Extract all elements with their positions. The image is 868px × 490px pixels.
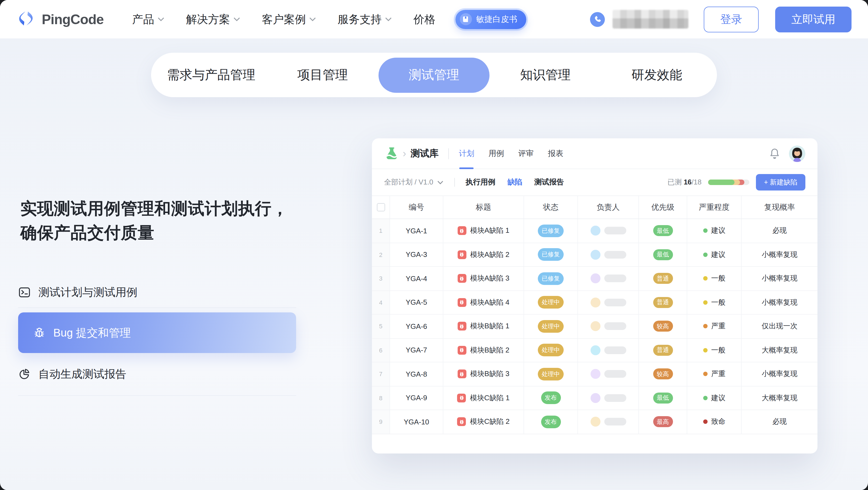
app-window: › 测试库 计划 用例 评审 报表 (372, 138, 817, 454)
severity-label: 建议 (711, 250, 725, 260)
priority-badge: 最高 (653, 417, 673, 427)
severity-dot (703, 229, 707, 233)
severity-label: 建议 (711, 393, 725, 403)
new-defect-button[interactable]: + 新建缺陷 (756, 174, 805, 191)
table-row[interactable]: 5 YGA-6 模块B缺陷 1 处理中 较高 严重 仅出现一次 (372, 315, 817, 338)
defect-title: 模块B缺陷 1 (470, 322, 509, 331)
table-row[interactable]: 7 YGA-8 模块B缺陷 3 处理中 较高 严重 小概率复现 (372, 362, 817, 386)
chevron-down-icon (233, 17, 240, 22)
probability: 小概率复现 (742, 243, 817, 266)
page-title-line1: 实现测试用例管理和测试计划执行， (20, 197, 288, 221)
defect-title: 模块A缺陷 1 (470, 226, 509, 236)
tested-done: 16 (684, 178, 692, 186)
owner-name-redacted (604, 370, 626, 378)
bug-icon (457, 370, 466, 379)
whitepaper-badge[interactable]: 敏捷白皮书 (455, 10, 526, 29)
feature-label: Bug 提交和管理 (53, 325, 131, 340)
nav-item-solutions[interactable]: 解决方案 (186, 12, 240, 27)
nav-item-products[interactable]: 产品 (132, 12, 164, 27)
owner-name-redacted (604, 394, 626, 402)
owner-avatar (590, 274, 600, 284)
app-tab-plan[interactable]: 计划 (459, 138, 474, 169)
nav-right: 登录 立即试用 (590, 6, 851, 32)
bug-icon (457, 226, 466, 235)
view-execute-cases[interactable]: 执行用例 (466, 177, 495, 187)
table-row[interactable]: 6 YGA-7 模块B缺陷 2 处理中 普通 一般 大概率复现 (372, 338, 817, 362)
owner-avatar (590, 417, 600, 427)
page: PingCode 产品 解决方案 客户案例 服务支持 价格 (0, 0, 868, 490)
pingcode-logo[interactable]: PingCode (18, 10, 103, 29)
probability: 小概率复现 (742, 267, 817, 290)
feature-label: 测试计划与测试用例 (38, 285, 137, 300)
view-switcher: 执行用例 缺陷 测试报告 (466, 177, 564, 187)
nav-menu: 产品 解决方案 客户案例 服务支持 价格 (132, 12, 435, 27)
feature-list: 测试计划与测试用例 Bug 提交和管理 自动生成测试报告 (18, 277, 296, 396)
severity-dot (703, 324, 707, 329)
severity-dot (703, 276, 707, 281)
severity-label: 严重 (711, 322, 725, 331)
owner-name-redacted (604, 323, 626, 330)
table-row[interactable]: 2 YGA-3 模块A缺陷 2 已修复 最低 建议 小概率复现 (372, 243, 817, 267)
plan-selector[interactable]: 全部计划 / V1.0 (384, 177, 443, 187)
app-tab-review[interactable]: 评审 (518, 138, 534, 169)
tested-counter: 已测 16/18 (668, 177, 702, 187)
priority-badge: 普通 (653, 297, 673, 308)
defect-title: 模块A缺陷 2 (470, 250, 509, 260)
defect-id: YGA-10 (390, 410, 443, 433)
defect-title: 模块C缺陷 2 (470, 417, 509, 427)
book-icon (460, 13, 472, 25)
column-header-id: 编号 (390, 196, 443, 219)
owner-avatar (590, 369, 600, 379)
table-row[interactable]: 9 YGA-10 模块C缺陷 2 发布 最高 致命 必现 (372, 410, 817, 434)
severity-dot (703, 396, 707, 400)
priority-badge: 最低 (653, 249, 673, 260)
product-tab-bar: 需求与产品管理 项目管理 测试管理 知识管理 研发效能 (151, 53, 717, 97)
table-row[interactable]: 8 YGA-9 模块C缺陷 1 发布 最低 建议 大概率复现 (372, 386, 817, 410)
tab-projects[interactable]: 项目管理 (267, 57, 378, 93)
defect-id: YGA-5 (390, 291, 443, 314)
owner-name-redacted (604, 299, 626, 306)
pie-chart-icon (18, 368, 31, 381)
view-test-report[interactable]: 测试报告 (534, 177, 564, 187)
severity-dot (703, 300, 707, 305)
column-header-title: 标题 (443, 196, 524, 219)
bell-icon[interactable] (769, 148, 780, 160)
defect-title: 模块A缺陷 4 (470, 298, 509, 307)
probability: 仅出现一次 (742, 315, 817, 338)
table-row[interactable]: 3 YGA-4 模块A缺陷 3 已修复 普通 一般 小概率复现 (372, 267, 817, 291)
feature-item-test-report[interactable]: 自动生成测试报告 (18, 353, 296, 396)
phone-number-redacted (613, 10, 688, 29)
severity-dot (703, 372, 707, 377)
feature-item-bug-management[interactable]: Bug 提交和管理 (18, 313, 296, 353)
app-toolbar: 全部计划 / V1.0 执行用例 缺陷 测试报告 已测 16/18 + 新建缺陷 (372, 169, 817, 195)
feature-item-test-plan[interactable]: 测试计划与测试用例 (18, 277, 296, 308)
severity-dot (703, 420, 707, 424)
nav-item-pricing[interactable]: 价格 (413, 12, 435, 27)
priority-badge: 普通 (653, 345, 673, 356)
try-now-button[interactable]: 立即试用 (775, 6, 851, 32)
tab-knowledge[interactable]: 知识管理 (490, 57, 601, 93)
app-tab-cases[interactable]: 用例 (489, 138, 504, 169)
table-header-row: 编号 标题 状态 负责人 优先级 严重程度 复现概率 (372, 196, 817, 219)
nav-item-customers[interactable]: 客户案例 (262, 12, 316, 27)
tab-testing[interactable]: 测试管理 (378, 57, 490, 93)
priority-badge: 较高 (653, 321, 673, 332)
nav-item-support[interactable]: 服务支持 (338, 12, 392, 27)
app-tab-reports[interactable]: 报表 (548, 138, 563, 169)
user-avatar[interactable] (789, 145, 805, 162)
login-button[interactable]: 登录 (704, 6, 759, 32)
defect-id: YGA-3 (390, 243, 443, 266)
top-navbar: PingCode 产品 解决方案 客户案例 服务支持 价格 (0, 0, 868, 38)
owner-avatar (590, 322, 600, 331)
table-row[interactable]: 1 YGA-1 模块A缺陷 1 已修复 最低 建议 必现 (372, 219, 817, 243)
status-badge: 发布 (541, 392, 561, 404)
bug-icon (457, 322, 466, 331)
column-header-probability: 复现概率 (742, 196, 817, 219)
tab-efficiency[interactable]: 研发效能 (601, 57, 713, 93)
row-number: 4 (372, 291, 390, 314)
select-all-checkbox[interactable] (377, 203, 385, 211)
page-title-line2: 确保产品交付质量 (20, 221, 288, 245)
tab-requirements[interactable]: 需求与产品管理 (155, 57, 267, 93)
table-row[interactable]: 4 YGA-5 模块A缺陷 4 处理中 普通 一般 小概率复现 (372, 291, 817, 315)
view-defects[interactable]: 缺陷 (507, 177, 522, 187)
